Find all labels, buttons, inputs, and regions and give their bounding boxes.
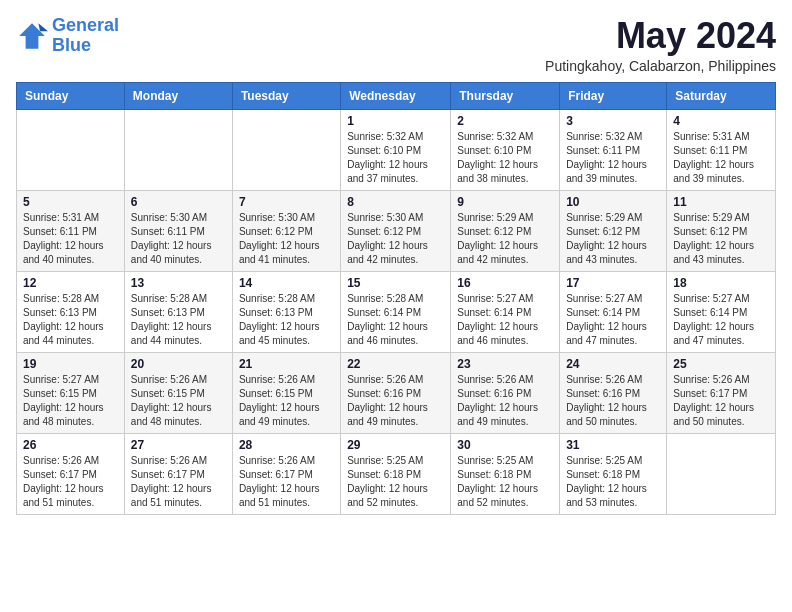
day-info: Sunrise: 5:26 AM Sunset: 6:17 PM Dayligh…: [23, 454, 118, 510]
day-info: Sunrise: 5:27 AM Sunset: 6:14 PM Dayligh…: [566, 292, 660, 348]
calendar-cell: 12Sunrise: 5:28 AM Sunset: 6:13 PM Dayli…: [17, 271, 125, 352]
calendar-cell: 2Sunrise: 5:32 AM Sunset: 6:10 PM Daylig…: [451, 109, 560, 190]
day-info: Sunrise: 5:30 AM Sunset: 6:12 PM Dayligh…: [347, 211, 444, 267]
calendar-cell: 16Sunrise: 5:27 AM Sunset: 6:14 PM Dayli…: [451, 271, 560, 352]
day-number: 26: [23, 438, 118, 452]
header-thursday: Thursday: [451, 82, 560, 109]
day-number: 17: [566, 276, 660, 290]
calendar-cell: 6Sunrise: 5:30 AM Sunset: 6:11 PM Daylig…: [124, 190, 232, 271]
day-number: 29: [347, 438, 444, 452]
day-info: Sunrise: 5:26 AM Sunset: 6:16 PM Dayligh…: [347, 373, 444, 429]
calendar-cell: 28Sunrise: 5:26 AM Sunset: 6:17 PM Dayli…: [232, 433, 340, 514]
day-number: 6: [131, 195, 226, 209]
day-number: 16: [457, 276, 553, 290]
day-info: Sunrise: 5:30 AM Sunset: 6:11 PM Dayligh…: [131, 211, 226, 267]
header-monday: Monday: [124, 82, 232, 109]
day-number: 20: [131, 357, 226, 371]
day-number: 13: [131, 276, 226, 290]
day-info: Sunrise: 5:26 AM Sunset: 6:17 PM Dayligh…: [131, 454, 226, 510]
day-number: 9: [457, 195, 553, 209]
day-info: Sunrise: 5:27 AM Sunset: 6:14 PM Dayligh…: [457, 292, 553, 348]
day-info: Sunrise: 5:31 AM Sunset: 6:11 PM Dayligh…: [23, 211, 118, 267]
calendar-table: SundayMondayTuesdayWednesdayThursdayFrid…: [16, 82, 776, 515]
calendar-cell: 13Sunrise: 5:28 AM Sunset: 6:13 PM Dayli…: [124, 271, 232, 352]
calendar-cell: 27Sunrise: 5:26 AM Sunset: 6:17 PM Dayli…: [124, 433, 232, 514]
calendar-cell: 10Sunrise: 5:29 AM Sunset: 6:12 PM Dayli…: [560, 190, 667, 271]
month-title: May 2024: [545, 16, 776, 56]
day-number: 30: [457, 438, 553, 452]
header-friday: Friday: [560, 82, 667, 109]
day-number: 10: [566, 195, 660, 209]
day-number: 2: [457, 114, 553, 128]
day-number: 18: [673, 276, 769, 290]
calendar-week-3: 12Sunrise: 5:28 AM Sunset: 6:13 PM Dayli…: [17, 271, 776, 352]
day-number: 15: [347, 276, 444, 290]
calendar-cell: [17, 109, 125, 190]
day-info: Sunrise: 5:32 AM Sunset: 6:11 PM Dayligh…: [566, 130, 660, 186]
day-info: Sunrise: 5:28 AM Sunset: 6:13 PM Dayligh…: [239, 292, 334, 348]
day-number: 11: [673, 195, 769, 209]
day-info: Sunrise: 5:29 AM Sunset: 6:12 PM Dayligh…: [566, 211, 660, 267]
title-block: May 2024 Putingkahoy, Calabarzon, Philip…: [545, 16, 776, 74]
calendar-cell: [232, 109, 340, 190]
day-number: 21: [239, 357, 334, 371]
calendar-week-4: 19Sunrise: 5:27 AM Sunset: 6:15 PM Dayli…: [17, 352, 776, 433]
day-info: Sunrise: 5:26 AM Sunset: 6:16 PM Dayligh…: [457, 373, 553, 429]
calendar-week-2: 5Sunrise: 5:31 AM Sunset: 6:11 PM Daylig…: [17, 190, 776, 271]
calendar-cell: [667, 433, 776, 514]
calendar-cell: 11Sunrise: 5:29 AM Sunset: 6:12 PM Dayli…: [667, 190, 776, 271]
day-info: Sunrise: 5:27 AM Sunset: 6:15 PM Dayligh…: [23, 373, 118, 429]
calendar-week-5: 26Sunrise: 5:26 AM Sunset: 6:17 PM Dayli…: [17, 433, 776, 514]
day-info: Sunrise: 5:28 AM Sunset: 6:13 PM Dayligh…: [131, 292, 226, 348]
day-number: 25: [673, 357, 769, 371]
day-info: Sunrise: 5:30 AM Sunset: 6:12 PM Dayligh…: [239, 211, 334, 267]
day-number: 27: [131, 438, 226, 452]
day-number: 1: [347, 114, 444, 128]
day-info: Sunrise: 5:25 AM Sunset: 6:18 PM Dayligh…: [347, 454, 444, 510]
svg-marker-1: [38, 23, 48, 31]
calendar-cell: 20Sunrise: 5:26 AM Sunset: 6:15 PM Dayli…: [124, 352, 232, 433]
calendar-cell: 31Sunrise: 5:25 AM Sunset: 6:18 PM Dayli…: [560, 433, 667, 514]
day-number: 5: [23, 195, 118, 209]
day-info: Sunrise: 5:32 AM Sunset: 6:10 PM Dayligh…: [457, 130, 553, 186]
calendar-cell: 25Sunrise: 5:26 AM Sunset: 6:17 PM Dayli…: [667, 352, 776, 433]
day-number: 31: [566, 438, 660, 452]
day-info: Sunrise: 5:26 AM Sunset: 6:16 PM Dayligh…: [566, 373, 660, 429]
day-number: 7: [239, 195, 334, 209]
day-number: 12: [23, 276, 118, 290]
calendar-cell: 21Sunrise: 5:26 AM Sunset: 6:15 PM Dayli…: [232, 352, 340, 433]
day-info: Sunrise: 5:29 AM Sunset: 6:12 PM Dayligh…: [673, 211, 769, 267]
calendar-cell: 8Sunrise: 5:30 AM Sunset: 6:12 PM Daylig…: [341, 190, 451, 271]
calendar-cell: 17Sunrise: 5:27 AM Sunset: 6:14 PM Dayli…: [560, 271, 667, 352]
calendar-cell: 24Sunrise: 5:26 AM Sunset: 6:16 PM Dayli…: [560, 352, 667, 433]
calendar-cell: 15Sunrise: 5:28 AM Sunset: 6:14 PM Dayli…: [341, 271, 451, 352]
day-info: Sunrise: 5:26 AM Sunset: 6:17 PM Dayligh…: [239, 454, 334, 510]
calendar-cell: 26Sunrise: 5:26 AM Sunset: 6:17 PM Dayli…: [17, 433, 125, 514]
day-info: Sunrise: 5:25 AM Sunset: 6:18 PM Dayligh…: [457, 454, 553, 510]
calendar-cell: 19Sunrise: 5:27 AM Sunset: 6:15 PM Dayli…: [17, 352, 125, 433]
day-number: 22: [347, 357, 444, 371]
day-info: Sunrise: 5:31 AM Sunset: 6:11 PM Dayligh…: [673, 130, 769, 186]
header-saturday: Saturday: [667, 82, 776, 109]
calendar-cell: 22Sunrise: 5:26 AM Sunset: 6:16 PM Dayli…: [341, 352, 451, 433]
day-number: 8: [347, 195, 444, 209]
day-info: Sunrise: 5:28 AM Sunset: 6:14 PM Dayligh…: [347, 292, 444, 348]
day-number: 24: [566, 357, 660, 371]
day-info: Sunrise: 5:28 AM Sunset: 6:13 PM Dayligh…: [23, 292, 118, 348]
calendar-header-row: SundayMondayTuesdayWednesdayThursdayFrid…: [17, 82, 776, 109]
header-wednesday: Wednesday: [341, 82, 451, 109]
day-number: 28: [239, 438, 334, 452]
calendar-cell: 29Sunrise: 5:25 AM Sunset: 6:18 PM Dayli…: [341, 433, 451, 514]
calendar-cell: 23Sunrise: 5:26 AM Sunset: 6:16 PM Dayli…: [451, 352, 560, 433]
logo-icon: [16, 20, 48, 52]
day-info: Sunrise: 5:26 AM Sunset: 6:17 PM Dayligh…: [673, 373, 769, 429]
day-info: Sunrise: 5:32 AM Sunset: 6:10 PM Dayligh…: [347, 130, 444, 186]
calendar-cell: 3Sunrise: 5:32 AM Sunset: 6:11 PM Daylig…: [560, 109, 667, 190]
calendar-cell: 30Sunrise: 5:25 AM Sunset: 6:18 PM Dayli…: [451, 433, 560, 514]
calendar-cell: 9Sunrise: 5:29 AM Sunset: 6:12 PM Daylig…: [451, 190, 560, 271]
calendar-cell: [124, 109, 232, 190]
day-info: Sunrise: 5:26 AM Sunset: 6:15 PM Dayligh…: [131, 373, 226, 429]
day-info: Sunrise: 5:29 AM Sunset: 6:12 PM Dayligh…: [457, 211, 553, 267]
day-info: Sunrise: 5:26 AM Sunset: 6:15 PM Dayligh…: [239, 373, 334, 429]
calendar-cell: 1Sunrise: 5:32 AM Sunset: 6:10 PM Daylig…: [341, 109, 451, 190]
